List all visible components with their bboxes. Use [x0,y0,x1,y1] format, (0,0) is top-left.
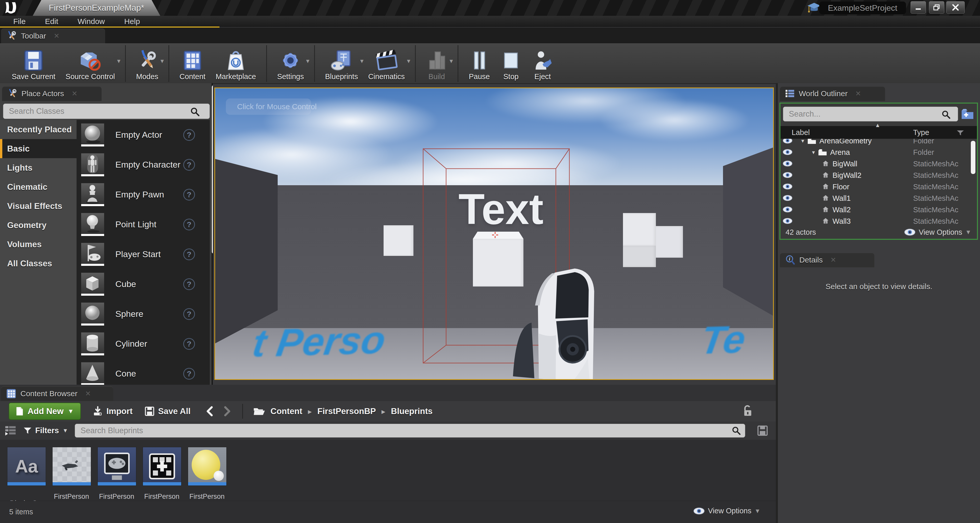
breadcrumb-content[interactable]: Content [270,406,302,416]
minimize-button[interactable] [911,1,926,14]
outliner-row-bigwall2[interactable]: BigWall2StaticMeshAc [780,170,977,181]
pause-button[interactable]: Pause [463,44,495,83]
category-basic[interactable]: Basic [0,139,76,158]
help-icon[interactable]: ? [183,248,195,260]
visibility-eye-icon[interactable] [783,206,793,214]
outliner-search-input[interactable] [783,107,958,121]
category-volumes[interactable]: Volumes [0,235,76,254]
asset-displayset[interactable]: AaDisplaySet [7,447,45,507]
place-item-point-light[interactable]: Point Light? [76,210,210,239]
new-folder-icon[interactable] [961,107,974,121]
blueprints-button[interactable]: Blueprints▼ [320,44,363,83]
category-all-classes[interactable]: All Classes [0,254,76,273]
visibility-eye-icon[interactable] [783,139,793,145]
save-all-button[interactable]: Save All [145,406,191,416]
category-visual-effects[interactable]: Visual Effects [0,196,76,216]
place-item-cone[interactable]: Cone? [76,359,210,385]
asset-firstperson-hud[interactable]: FirstPersonHUD [143,447,181,509]
sources-panel-icon[interactable] [5,425,16,437]
sort-ascending-icon[interactable]: ▲ [875,122,880,129]
place-item-cylinder[interactable]: Cylinder? [76,329,210,359]
visibility-eye-icon[interactable] [783,217,793,225]
help-icon[interactable]: ? [183,338,195,350]
restore-button[interactable] [929,1,944,14]
chevron-down-icon[interactable]: ▼ [159,58,165,65]
search-assets-input[interactable] [75,424,745,437]
world-outliner-tab[interactable]: World Outliner ✕ [780,86,885,101]
asset-firstperson-character[interactable]: FirstPersonCharacter [52,447,91,509]
search-classes-input[interactable] [3,103,210,119]
place-item-player-start[interactable]: Player Start? [76,239,210,269]
scrollbar-thumb[interactable] [212,85,213,254]
cinematics-button[interactable]: Cinematics▼ [363,44,410,83]
help-icon[interactable]: ? [183,219,195,231]
save-search-icon[interactable] [757,425,768,436]
content-view-options[interactable]: View Options ▼ [693,507,760,515]
label-column-header[interactable]: Label [792,128,810,137]
toolbar-tab-close-icon[interactable]: ✕ [54,32,59,40]
menu-item-edit[interactable]: Edit [35,16,68,27]
chevron-down-icon[interactable]: ▼ [305,58,310,65]
world-outliner-tab-close-icon[interactable]: ✕ [855,89,861,98]
modes-button[interactable]: Modes▼ [131,44,163,83]
forward-arrow-icon[interactable] [222,406,232,416]
chevron-down-icon[interactable]: ▼ [449,58,454,65]
outliner-view-options[interactable]: View Options ▼ [904,228,971,237]
visibility-eye-icon[interactable] [783,148,793,157]
add-new-button[interactable]: Add New ▼ [9,402,81,420]
breadcrumb-firstpersonbp[interactable]: FirstPersonBP [318,406,376,416]
toolbar-tab[interactable]: Toolbar ✕ [1,29,105,43]
help-icon[interactable]: ? [183,159,195,171]
help-icon[interactable]: ? [183,368,195,380]
content-button[interactable]: Content [174,44,210,83]
eject-button[interactable]: Eject [527,44,558,83]
viewport[interactable]: Text t Perso Te [215,87,774,380]
help-icon[interactable]: ? [183,129,195,141]
visibility-eye-icon[interactable] [783,160,793,168]
source-control-button[interactable]: Source Control▼ [60,44,120,83]
type-column-header[interactable]: Type [913,128,929,137]
outliner-row-wall2[interactable]: Wall2StaticMeshAc [780,204,977,216]
level-tab[interactable]: FirstPersonExampleMap* [33,0,160,16]
marketplace-button[interactable]: Marketplace [210,44,261,83]
help-icon[interactable]: ? [183,189,195,200]
category-cinematic[interactable]: Cinematic [0,177,76,196]
filter-icon[interactable] [956,130,964,136]
category-lights[interactable]: Lights [0,158,76,177]
category-recently-placed[interactable]: Recently Placed [0,120,76,139]
place-item-empty-actor[interactable]: Empty Actor? [76,120,210,150]
stop-button[interactable]: Stop [495,44,527,83]
close-button[interactable] [946,1,965,14]
visibility-eye-icon[interactable] [783,194,793,203]
help-icon[interactable]: ? [183,308,195,320]
outliner-row-arena[interactable]: ▼ArenaFolder [780,147,977,158]
chevron-down-icon[interactable]: ▼ [406,58,411,65]
filters-button[interactable]: Filters ▼ [24,426,68,435]
asset-firstperson-projectile[interactable]: FirstPersonProjectile [188,447,226,509]
project-name-badge[interactable]: ExampleSetProject [819,2,906,14]
menu-item-help[interactable]: Help [115,16,150,27]
mouse-control-overlay[interactable]: Click for Mouse Control [226,99,311,115]
place-actors-scrollbar[interactable] [212,83,213,385]
details-tab[interactable]: i Details ✕ [780,253,874,267]
settings-button[interactable]: Settings▼ [272,44,309,83]
help-icon[interactable]: ? [183,278,195,290]
content-browser-tab-close-icon[interactable]: ✕ [85,389,91,398]
expand-arrow-icon[interactable]: ▼ [800,139,805,144]
menu-item-file[interactable]: File [3,16,35,27]
outliner-row-wall3[interactable]: Wall3StaticMeshAc [780,216,977,225]
details-tab-close-icon[interactable]: ✕ [830,256,836,264]
panel-divider[interactable] [776,83,778,523]
outliner-row-bigwall[interactable]: BigWallStaticMeshAc [780,158,977,170]
place-item-sphere[interactable]: Sphere? [76,299,210,329]
visibility-eye-icon[interactable] [783,183,793,191]
asset-firstperson-gamemode[interactable]: FirstPersonGameMode [97,447,136,509]
place-item-empty-pawn[interactable]: Empty Pawn? [76,180,210,210]
back-arrow-icon[interactable] [205,406,215,416]
place-actors-tab-close-icon[interactable]: ✕ [72,89,78,98]
place-item-cube[interactable]: Cube? [76,269,210,299]
breadcrumb-blueprints[interactable]: Blueprints [391,406,433,416]
save-current-button[interactable]: Save Current [6,44,60,83]
outliner-scrollbar-thumb[interactable] [971,141,975,174]
expand-arrow-icon[interactable]: ▼ [811,150,816,155]
